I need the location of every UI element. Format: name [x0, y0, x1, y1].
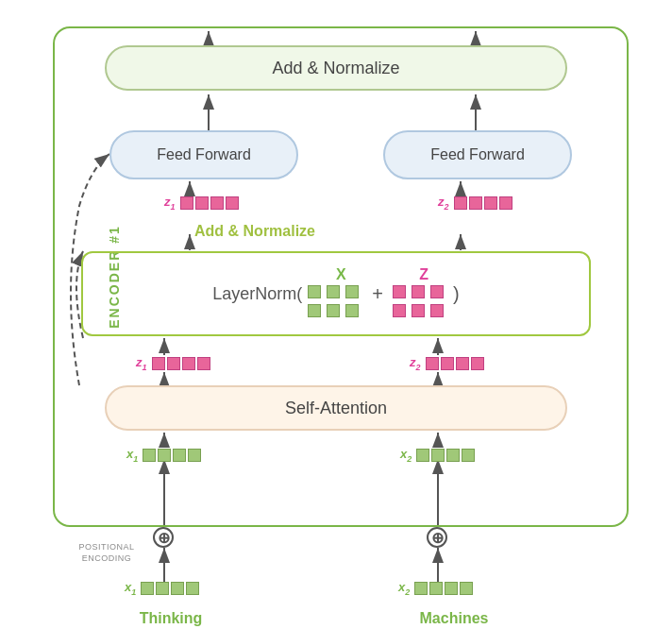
z-grid [393, 285, 447, 321]
green-sq [462, 449, 475, 462]
pink-sq [469, 196, 482, 210]
green-sq [158, 449, 171, 462]
pink-sq [426, 357, 439, 370]
z2-top-label: z2 [438, 195, 449, 212]
green-sq [141, 582, 154, 595]
layernorm-box: LayerNorm( X + Z ) [81, 251, 591, 336]
green-sq [188, 449, 201, 462]
close-paren: ) [453, 283, 460, 305]
pink-sq [471, 357, 484, 370]
green-sq [173, 449, 186, 462]
pink-sq [454, 196, 467, 210]
green-sq [416, 449, 429, 462]
x2-encoder-input: x2 [400, 447, 475, 464]
layernorm-text: LayerNorm( [212, 284, 302, 304]
z2-mid-output: z2 [410, 355, 484, 372]
green-sq [460, 582, 473, 595]
layernorm-content: LayerNorm( X + Z ) [212, 266, 459, 321]
x2-bottom-input: x2 [398, 580, 473, 597]
green-sq [414, 582, 428, 595]
plus-circle-left-symbol: ⊕ [153, 527, 174, 548]
pink-sq [441, 357, 454, 370]
x-label: X [319, 266, 362, 283]
plus-circle-right-symbol: ⊕ [427, 527, 447, 548]
word-thinking: Thinking [109, 610, 232, 627]
green-sq [186, 582, 199, 595]
green-sq [143, 449, 156, 462]
pink-sq [182, 357, 195, 370]
machines-label: Machines [420, 610, 489, 626]
pink-sq [180, 196, 193, 210]
x1-encoder-label: x1 [126, 447, 138, 464]
word-machines: Machines [393, 610, 515, 627]
green-sq [431, 449, 445, 462]
pink-sq [197, 357, 210, 370]
x1-bottom-input: x1 [125, 580, 199, 597]
z1-mid-output: z1 [136, 355, 210, 372]
add-normalize-top: Add & Normalize [105, 45, 567, 91]
pink-sq [152, 357, 165, 370]
z2-mid-label: z2 [410, 355, 421, 372]
pink-sq [499, 196, 512, 210]
plus-circle-left: ⊕ [153, 527, 174, 548]
pink-sq [456, 357, 469, 370]
plus-sign: + [372, 283, 383, 305]
x-grid [308, 285, 362, 321]
add-normalize-middle-label: Add & Normalize [194, 223, 315, 240]
self-attention-label: Self-Attention [285, 399, 387, 418]
self-attention-box: Self-Attention [105, 385, 567, 431]
green-sq [171, 582, 184, 595]
pink-sq [484, 196, 497, 210]
x2-bottom-label: x2 [398, 580, 410, 597]
z1-mid-label: z1 [136, 355, 147, 372]
thinking-label: Thinking [140, 610, 203, 626]
positional-encoding-label: POSITIONAL ENCODING [74, 542, 140, 564]
pink-sq [195, 196, 209, 210]
add-normalize-middle-text: Add & Normalize [194, 223, 315, 239]
green-sq [446, 449, 460, 462]
green-sq [156, 582, 169, 595]
feed-forward-left: Feed Forward [109, 130, 298, 179]
x2-encoder-label: x2 [400, 447, 412, 464]
pink-sq [167, 357, 180, 370]
feed-forward-left-label: Feed Forward [157, 146, 251, 163]
x1-encoder-input: x1 [126, 447, 201, 464]
plus-circle-right: ⊕ [427, 527, 447, 548]
z-label-layernorm: Z [400, 266, 447, 283]
feed-forward-right-label: Feed Forward [430, 146, 525, 163]
pink-sq [210, 196, 224, 210]
z1-top-output: z1 [164, 195, 239, 212]
x1-bottom-label: x1 [125, 580, 136, 597]
z2-top-output: z2 [438, 195, 512, 212]
feed-forward-right: Feed Forward [383, 130, 572, 179]
green-sq [429, 582, 443, 595]
add-normalize-top-label: Add & Normalize [272, 59, 399, 78]
pink-sq [226, 196, 239, 210]
z1-top-label: z1 [164, 195, 176, 212]
green-sq [445, 582, 458, 595]
